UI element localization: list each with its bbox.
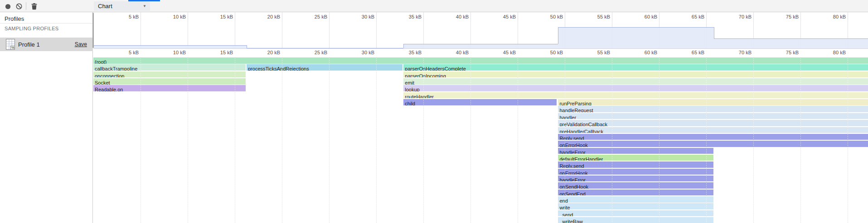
delete-profile-button[interactable]: [29, 1, 39, 11]
ruler-bottom-tick-label: 35 kB: [393, 50, 422, 55]
profile-item[interactable]: % Profile 1 Save: [0, 38, 93, 51]
flame-bar-label: processTicksAndRejections: [247, 66, 309, 71]
ruler-top-tick-label: 50 kB: [535, 14, 563, 19]
overview-step-edge: [247, 45, 247, 48]
flame-bar[interactable]: child: [403, 99, 557, 105]
flame-bar[interactable]: onErrorHook: [558, 169, 713, 175]
ruler-top-tick-label: 40 kB: [441, 14, 469, 19]
flame-bar[interactable]: lookup: [403, 85, 868, 91]
gridline: [282, 57, 282, 223]
flame-bar-label: onErrorHook: [558, 171, 587, 175]
flame-bar-label: Reply.send: [558, 163, 584, 168]
flame-bar-label: handleRequest: [558, 108, 593, 112]
gridline-overlay: [282, 57, 282, 223]
flame-bar-label: handleError: [558, 150, 585, 154]
ruler-bottom-tick-label: 40 kB: [441, 50, 469, 55]
clear-all-profiles-button[interactable]: [14, 1, 24, 11]
ruler-bottom-tick-label: 15 kB: [205, 50, 233, 55]
flame-bar-label: _send: [558, 212, 573, 217]
flame-bar[interactable]: onSendHook: [558, 182, 713, 189]
ruler-bottom-tick-label: 50 kB: [535, 50, 563, 55]
flame-bar[interactable]: processTicksAndRejections: [247, 64, 402, 71]
flame-bar[interactable]: callbackTrampoline: [93, 64, 246, 71]
overview-ruler-divider: [93, 48, 868, 49]
ruler-bottom-tick-label: 10 kB: [158, 50, 186, 55]
trash-icon: [31, 3, 37, 10]
flame-bar[interactable]: onErrorHook: [558, 141, 868, 147]
ruler-top-tick-label: 60 kB: [629, 14, 657, 19]
flame-bar[interactable]: preHandlerCallback: [558, 127, 868, 133]
flame-bar-label: onconnection: [93, 73, 124, 78]
flame-bar[interactable]: preValidationCallback: [558, 120, 868, 126]
ruler-bottom-tick-label: 5 kB: [111, 50, 139, 55]
flame-bar[interactable]: routeHandler: [403, 92, 868, 99]
flame-bar-label: handler: [558, 115, 576, 119]
ruler-top-tick-label: 75 kB: [771, 14, 799, 19]
flame-bar-label: emit: [403, 80, 414, 85]
flame-bar-label: Socket: [93, 80, 110, 85]
flame-bar-label: defaultErrorHandler: [558, 157, 603, 161]
flame-bar-label: onSendHook: [558, 184, 588, 189]
devtools-memory-profiler-panel: Chart ▼ Profiles SAMPLING PROFILES % Pro…: [0, 0, 868, 223]
flame-bar-label: end: [558, 198, 567, 203]
flame-bar[interactable]: _writeRaw: [558, 217, 713, 223]
flame-bar[interactable]: end: [558, 196, 713, 203]
flame-bar[interactable]: defaultErrorHandler: [558, 155, 713, 161]
block-icon: [16, 3, 22, 9]
ruler-bottom-tick-label: 80 kB: [818, 50, 846, 55]
view-mode-select[interactable]: Chart ▼: [94, 1, 150, 11]
save-link[interactable]: Save: [75, 41, 87, 47]
flame-bar-label: (root): [93, 59, 107, 64]
flame-bar-label: child: [403, 101, 415, 105]
flame-bar[interactable]: onconnection: [93, 71, 246, 78]
ruler-bottom-tick-label: 45 kB: [488, 50, 516, 55]
flame-bar[interactable]: (root): [93, 57, 868, 64]
flame-bar[interactable]: Reply.send: [558, 134, 868, 140]
flame-bar-label: preHandlerCallback: [558, 129, 603, 133]
flame-bar[interactable]: onSendEnd: [558, 190, 713, 196]
flame-bar-label: routeHandler: [403, 94, 434, 99]
overview-area-segment: [714, 38, 868, 48]
flame-bar[interactable]: Reply.send: [558, 161, 713, 168]
flame-bar[interactable]: emit: [403, 78, 868, 85]
flame-bar[interactable]: handleRequest: [558, 106, 868, 112]
ruler-top-tick-label: 55 kB: [582, 14, 610, 19]
record-circle-icon: [5, 4, 11, 9]
ruler-top-tick-label: 80 kB: [818, 14, 846, 19]
gridline: [329, 57, 330, 223]
ruler-top-tick-label: 15 kB: [205, 14, 233, 19]
ruler-bottom-tick-label: 55 kB: [582, 50, 610, 55]
flame-bar[interactable]: Readable.on: [93, 85, 246, 91]
flame-bar-label: preValidationCallback: [558, 122, 607, 126]
overview-area-segment: [558, 27, 713, 48]
flame-bar-label: handleError: [558, 177, 585, 182]
ruler-top-tick-label: 5 kB: [111, 14, 139, 19]
flame-bar-label: Reply.send: [558, 136, 584, 140]
profile-name: Profile 1: [18, 41, 40, 48]
flame-bar[interactable]: handleError: [558, 176, 713, 182]
flame-bar[interactable]: Socket: [93, 78, 246, 85]
flame-bar-label: onSendEnd: [558, 191, 586, 196]
toolbar: Chart ▼: [0, 0, 868, 12]
ruler-bottom-tick-label: 20 kB: [252, 50, 280, 55]
flame-bar[interactable]: handler: [558, 113, 868, 119]
ruler-top-tick-label: 10 kB: [158, 14, 186, 19]
gridline-overlay: [376, 57, 377, 223]
overview-area-segment: [93, 45, 247, 48]
profiles-heading: Profiles: [5, 15, 24, 22]
ruler-bottom-tick-label: 75 kB: [771, 50, 799, 55]
record-button[interactable]: [2, 1, 13, 11]
gridline-overlay: [329, 57, 330, 223]
flame-bar[interactable]: runPreParsing: [558, 99, 868, 105]
ruler-bottom-tick-label: 70 kB: [723, 50, 752, 55]
flame-bar[interactable]: parserOnIncoming: [403, 71, 868, 78]
toolbar-divider: [26, 2, 26, 10]
ruler-bottom-tick-label: 30 kB: [346, 50, 374, 55]
flame-bar[interactable]: handleError: [558, 148, 713, 154]
flame-bar[interactable]: _send: [558, 210, 713, 217]
flame-bar[interactable]: parserOnHeadersComplete: [403, 64, 868, 71]
flame-bar[interactable]: write_: [558, 203, 713, 209]
ruler-top-tick-label: 25 kB: [299, 14, 327, 19]
vertical-scrollbar-thumb[interactable]: [92, 13, 94, 48]
overview-area-segment: [403, 44, 558, 48]
